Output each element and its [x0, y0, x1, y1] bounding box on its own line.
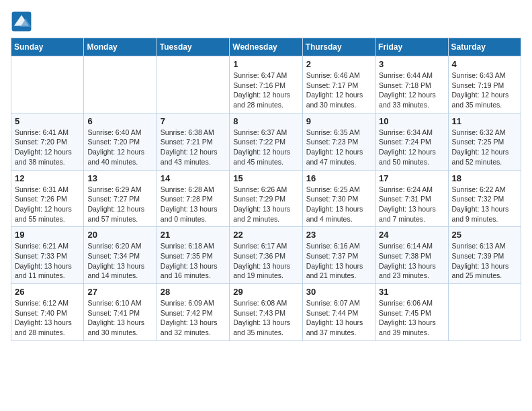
- day-info: Sunrise: 6:46 AM Sunset: 7:17 PM Dayligh…: [306, 71, 371, 110]
- calendar-header-thursday: Thursday: [302, 38, 375, 56]
- calendar-cell: 10Sunrise: 6:34 AM Sunset: 7:24 PM Dayli…: [375, 113, 448, 170]
- calendar-cell: [448, 284, 521, 341]
- day-info: Sunrise: 6:18 AM Sunset: 7:35 PM Dayligh…: [161, 241, 226, 281]
- day-number: 24: [379, 230, 444, 240]
- day-info: Sunrise: 6:21 AM Sunset: 7:33 PM Dayligh…: [15, 241, 80, 281]
- calendar-cell: 9Sunrise: 6:35 AM Sunset: 7:23 PM Daylig…: [302, 113, 375, 170]
- calendar-cell: [84, 56, 157, 113]
- calendar-week-2: 12Sunrise: 6:31 AM Sunset: 7:26 PM Dayli…: [11, 170, 521, 227]
- calendar-body: 1Sunrise: 6:47 AM Sunset: 7:16 PM Daylig…: [11, 56, 521, 341]
- day-info: Sunrise: 6:32 AM Sunset: 7:25 PM Dayligh…: [452, 128, 517, 167]
- calendar-week-4: 26Sunrise: 6:12 AM Sunset: 7:40 PM Dayli…: [11, 284, 521, 341]
- day-number: 28: [161, 287, 226, 297]
- calendar-table: SundayMondayTuesdayWednesdayThursdayFrid…: [11, 38, 521, 341]
- logo-icon: [11, 11, 32, 32]
- calendar-cell: 25Sunrise: 6:13 AM Sunset: 7:39 PM Dayli…: [448, 227, 521, 284]
- calendar-cell: 11Sunrise: 6:32 AM Sunset: 7:25 PM Dayli…: [448, 113, 521, 170]
- day-number: 1: [233, 59, 298, 69]
- calendar-header-row: SundayMondayTuesdayWednesdayThursdayFrid…: [11, 38, 521, 56]
- page-header: [11, 11, 521, 32]
- calendar-header-monday: Monday: [84, 38, 157, 56]
- day-info: Sunrise: 6:22 AM Sunset: 7:32 PM Dayligh…: [452, 185, 517, 224]
- logo: [11, 11, 35, 32]
- calendar-cell: 7Sunrise: 6:38 AM Sunset: 7:21 PM Daylig…: [157, 113, 229, 170]
- day-info: Sunrise: 6:25 AM Sunset: 7:30 PM Dayligh…: [306, 185, 371, 224]
- day-number: 16: [306, 173, 371, 183]
- day-number: 21: [161, 230, 226, 240]
- day-info: Sunrise: 6:37 AM Sunset: 7:22 PM Dayligh…: [233, 128, 298, 167]
- day-number: 7: [161, 116, 226, 126]
- day-info: Sunrise: 6:09 AM Sunset: 7:42 PM Dayligh…: [161, 298, 226, 338]
- calendar-cell: 21Sunrise: 6:18 AM Sunset: 7:35 PM Dayli…: [157, 227, 229, 284]
- calendar-cell: 18Sunrise: 6:22 AM Sunset: 7:32 PM Dayli…: [448, 170, 521, 227]
- day-number: 3: [379, 59, 444, 69]
- day-info: Sunrise: 6:35 AM Sunset: 7:23 PM Dayligh…: [306, 128, 371, 167]
- day-number: 15: [233, 173, 298, 183]
- calendar-week-1: 5Sunrise: 6:41 AM Sunset: 7:20 PM Daylig…: [11, 113, 521, 170]
- day-number: 19: [15, 230, 80, 240]
- calendar-cell: 27Sunrise: 6:10 AM Sunset: 7:41 PM Dayli…: [84, 284, 157, 341]
- day-info: Sunrise: 6:16 AM Sunset: 7:37 PM Dayligh…: [306, 241, 371, 281]
- calendar-header-sunday: Sunday: [11, 38, 84, 56]
- day-info: Sunrise: 6:29 AM Sunset: 7:27 PM Dayligh…: [87, 185, 152, 224]
- day-number: 18: [452, 173, 517, 183]
- calendar-cell: [11, 56, 84, 113]
- day-number: 20: [87, 230, 152, 240]
- day-info: Sunrise: 6:24 AM Sunset: 7:31 PM Dayligh…: [379, 185, 444, 224]
- calendar-cell: 31Sunrise: 6:06 AM Sunset: 7:45 PM Dayli…: [375, 284, 448, 341]
- day-info: Sunrise: 6:28 AM Sunset: 7:28 PM Dayligh…: [161, 185, 226, 224]
- calendar-cell: 26Sunrise: 6:12 AM Sunset: 7:40 PM Dayli…: [11, 284, 84, 341]
- day-number: 5: [15, 116, 80, 126]
- calendar-cell: 30Sunrise: 6:07 AM Sunset: 7:44 PM Dayli…: [302, 284, 375, 341]
- day-info: Sunrise: 6:08 AM Sunset: 7:43 PM Dayligh…: [233, 298, 298, 338]
- day-number: 27: [87, 287, 152, 297]
- day-info: Sunrise: 6:20 AM Sunset: 7:34 PM Dayligh…: [87, 241, 152, 281]
- day-info: Sunrise: 6:40 AM Sunset: 7:20 PM Dayligh…: [87, 128, 152, 167]
- day-number: 9: [306, 116, 371, 126]
- calendar-cell: 3Sunrise: 6:44 AM Sunset: 7:18 PM Daylig…: [375, 56, 448, 113]
- day-info: Sunrise: 6:47 AM Sunset: 7:16 PM Dayligh…: [233, 71, 298, 110]
- day-info: Sunrise: 6:07 AM Sunset: 7:44 PM Dayligh…: [306, 298, 371, 338]
- day-info: Sunrise: 6:26 AM Sunset: 7:29 PM Dayligh…: [233, 185, 298, 224]
- calendar-cell: 12Sunrise: 6:31 AM Sunset: 7:26 PM Dayli…: [11, 170, 84, 227]
- day-info: Sunrise: 6:43 AM Sunset: 7:19 PM Dayligh…: [452, 71, 517, 110]
- day-number: 12: [15, 173, 80, 183]
- calendar-cell: 22Sunrise: 6:17 AM Sunset: 7:36 PM Dayli…: [230, 227, 302, 284]
- day-number: 11: [452, 116, 517, 126]
- day-info: Sunrise: 6:14 AM Sunset: 7:38 PM Dayligh…: [379, 241, 444, 281]
- day-number: 10: [379, 116, 444, 126]
- day-info: Sunrise: 6:41 AM Sunset: 7:20 PM Dayligh…: [15, 128, 80, 167]
- day-number: 22: [233, 230, 298, 240]
- day-number: 29: [233, 287, 298, 297]
- day-info: Sunrise: 6:34 AM Sunset: 7:24 PM Dayligh…: [379, 128, 444, 167]
- day-number: 4: [452, 59, 517, 69]
- calendar-header-tuesday: Tuesday: [157, 38, 229, 56]
- calendar-cell: 2Sunrise: 6:46 AM Sunset: 7:17 PM Daylig…: [302, 56, 375, 113]
- calendar-cell: 23Sunrise: 6:16 AM Sunset: 7:37 PM Dayli…: [302, 227, 375, 284]
- day-number: 17: [379, 173, 444, 183]
- day-number: 23: [306, 230, 371, 240]
- calendar-cell: 13Sunrise: 6:29 AM Sunset: 7:27 PM Dayli…: [84, 170, 157, 227]
- day-info: Sunrise: 6:06 AM Sunset: 7:45 PM Dayligh…: [379, 298, 444, 338]
- calendar-cell: 29Sunrise: 6:08 AM Sunset: 7:43 PM Dayli…: [230, 284, 302, 341]
- calendar-cell: 1Sunrise: 6:47 AM Sunset: 7:16 PM Daylig…: [230, 56, 302, 113]
- calendar-cell: 28Sunrise: 6:09 AM Sunset: 7:42 PM Dayli…: [157, 284, 229, 341]
- day-number: 8: [233, 116, 298, 126]
- day-info: Sunrise: 6:10 AM Sunset: 7:41 PM Dayligh…: [87, 298, 152, 338]
- calendar-cell: 5Sunrise: 6:41 AM Sunset: 7:20 PM Daylig…: [11, 113, 84, 170]
- calendar-cell: [157, 56, 229, 113]
- calendar-header-friday: Friday: [375, 38, 448, 56]
- day-number: 14: [161, 173, 226, 183]
- day-number: 31: [379, 287, 444, 297]
- calendar-cell: 19Sunrise: 6:21 AM Sunset: 7:33 PM Dayli…: [11, 227, 84, 284]
- calendar-cell: 20Sunrise: 6:20 AM Sunset: 7:34 PM Dayli…: [84, 227, 157, 284]
- calendar-week-0: 1Sunrise: 6:47 AM Sunset: 7:16 PM Daylig…: [11, 56, 521, 113]
- calendar-cell: 4Sunrise: 6:43 AM Sunset: 7:19 PM Daylig…: [448, 56, 521, 113]
- calendar-cell: 15Sunrise: 6:26 AM Sunset: 7:29 PM Dayli…: [230, 170, 302, 227]
- day-number: 26: [15, 287, 80, 297]
- day-number: 30: [306, 287, 371, 297]
- calendar-cell: 24Sunrise: 6:14 AM Sunset: 7:38 PM Dayli…: [375, 227, 448, 284]
- calendar-header-wednesday: Wednesday: [230, 38, 302, 56]
- day-number: 25: [452, 230, 517, 240]
- calendar-cell: 8Sunrise: 6:37 AM Sunset: 7:22 PM Daylig…: [230, 113, 302, 170]
